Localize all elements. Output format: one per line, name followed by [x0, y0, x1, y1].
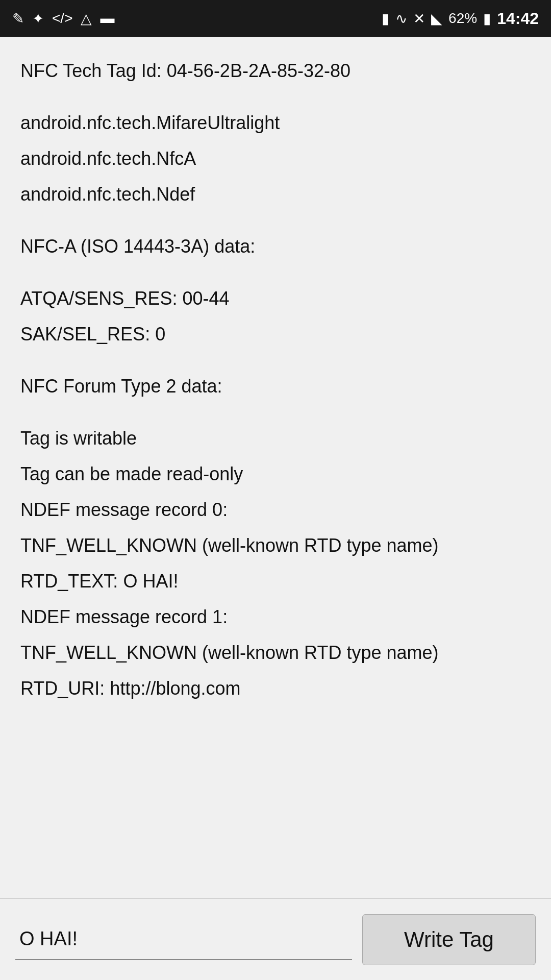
tag-read-only: Tag can be made read-only	[20, 460, 531, 488]
atqa-value: ATQA/SENS_RES: 00-44	[20, 285, 531, 312]
ndef-record0: NDEF message record 0:	[20, 496, 531, 524]
write-tag-button[interactable]: Write Tag	[362, 914, 536, 965]
code-icon: </>	[52, 10, 72, 27]
nfc-icon: ▮	[382, 10, 389, 27]
usb-icon: ✦	[32, 10, 44, 27]
tech-line1: android.nfc.tech.MifareUltralight	[20, 109, 531, 137]
signal-icon: ◣	[431, 10, 442, 27]
tag-id-label: NFC Tech Tag Id: 04-56-2B-2A-85-32-80	[20, 57, 531, 85]
ndef-record0-rtd: RTD_TEXT: O HAI!	[20, 568, 531, 595]
alert-icon: △	[81, 10, 92, 27]
forum-type-label: NFC Forum Type 2 data:	[20, 373, 531, 400]
ndef-record1: NDEF message record 1:	[20, 603, 531, 631]
tech-line3: android.nfc.tech.Ndef	[20, 181, 531, 208]
tech-line2: android.nfc.tech.NfcA	[20, 145, 531, 173]
nfc-a-label: NFC-A (ISO 14443-3A) data:	[20, 233, 531, 260]
status-icons-right: ▮ ∿ ✕ ◣ 62% ▮ 14:42	[382, 9, 539, 28]
bottom-bar: Write Tag	[0, 898, 551, 980]
ndef-record1-rtd: RTD_URI: http://blong.com	[20, 675, 531, 702]
barcode-icon: ▬	[100, 10, 114, 27]
status-time: 14:42	[497, 9, 539, 28]
tag-text-input[interactable]	[15, 919, 352, 960]
status-icons-left: ✎ ✦ </> △ ▬	[12, 10, 114, 27]
wifi-icon: ∿	[395, 10, 407, 27]
tag-writable: Tag is writable	[20, 425, 531, 452]
battery-icon: ▮	[483, 10, 491, 27]
signal-x-icon: ✕	[413, 10, 425, 27]
battery-percent: 62%	[448, 10, 477, 27]
status-bar: ✎ ✦ </> △ ▬ ▮ ∿ ✕ ◣ 62% ▮ 14:42	[0, 0, 551, 37]
ndef-record0-tnf: TNF_WELL_KNOWN (well-known RTD type name…	[20, 532, 531, 559]
ndef-record1-tnf: TNF_WELL_KNOWN (well-known RTD type name…	[20, 639, 531, 667]
sak-value: SAK/SEL_RES: 0	[20, 321, 531, 348]
main-content: NFC Tech Tag Id: 04-56-2B-2A-85-32-80 an…	[0, 37, 551, 898]
write-icon: ✎	[12, 10, 24, 27]
